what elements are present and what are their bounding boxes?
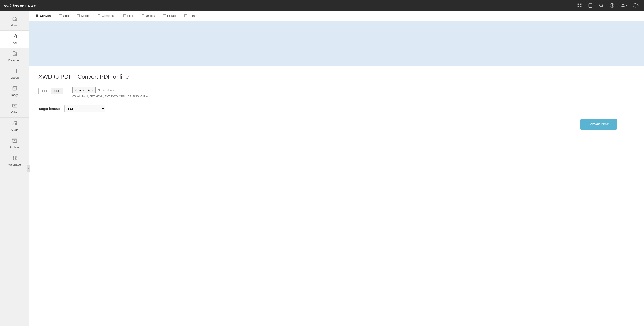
tab-rotate-checkbox xyxy=(184,14,187,17)
grid-icon-btn[interactable] xyxy=(576,2,583,9)
tab-extract-checkbox xyxy=(163,14,166,17)
svg-marker-19 xyxy=(14,105,16,107)
svg-rect-3 xyxy=(580,6,581,7)
svg-text:?: ? xyxy=(612,4,613,7)
help-icon-btn[interactable]: ? xyxy=(609,2,616,9)
file-mode-btn[interactable]: FILE xyxy=(38,88,51,94)
sidebar-item-webpage-label: Webpage xyxy=(8,163,21,166)
topbar-actions: ? ▾ ▾ xyxy=(576,2,640,9)
tab-extract-label: Extract xyxy=(167,14,176,17)
sidebar-item-home[interactable]: Home xyxy=(0,13,29,30)
tab-convert-label: Convert xyxy=(40,14,51,17)
banner xyxy=(30,21,644,66)
svg-rect-22 xyxy=(12,139,17,140)
upload-colon: : xyxy=(67,89,68,93)
upload-mode-selector: FILE URL xyxy=(38,88,64,94)
tab-extract[interactable]: Extract xyxy=(159,11,180,21)
image-icon xyxy=(12,86,17,92)
sidebar-item-archive-label: Archive xyxy=(10,146,20,149)
format-row: Target format: PDF DOCX JPG PNG xyxy=(38,105,635,112)
convert-now-button[interactable]: Convert Now! xyxy=(580,119,617,130)
ebook-icon xyxy=(12,68,17,75)
sidebar-item-video-label: Video xyxy=(11,111,18,114)
collapse-handle[interactable]: ‹ xyxy=(27,165,30,172)
page-body: XWD to PDF - Convert PDF online FILE URL… xyxy=(30,66,644,136)
sidebar-item-audio[interactable]: Audio xyxy=(0,118,29,135)
svg-rect-1 xyxy=(580,3,581,5)
tablet-icon-btn[interactable] xyxy=(587,2,594,9)
tab-unlock[interactable]: Unlock xyxy=(138,11,159,21)
svg-point-17 xyxy=(14,87,14,88)
tab-unlock-label: Unlock xyxy=(146,14,155,17)
tab-bar: Convert Split Merge Compress Lock Unlock xyxy=(30,11,644,21)
tab-split[interactable]: Split xyxy=(55,11,73,21)
topbar: AC NVERT.COM ? ▾ ▾ xyxy=(0,0,644,11)
search-icon-btn[interactable] xyxy=(598,2,604,9)
sidebar-item-pdf[interactable]: PDF xyxy=(0,30,29,48)
no-file-text: No file chosen xyxy=(98,88,116,92)
convert-btn-row: Convert Now! xyxy=(38,119,635,130)
file-row: Choose Files No file chosen xyxy=(72,87,152,93)
home-icon xyxy=(12,16,17,22)
sidebar-item-archive[interactable]: Archive xyxy=(0,135,29,152)
sidebar-item-document-label: Document xyxy=(8,59,21,62)
webpage-icon xyxy=(12,156,17,162)
tab-merge-checkbox xyxy=(77,14,80,17)
sidebar-item-webpage[interactable]: Webpage xyxy=(0,152,29,170)
tab-split-checkbox xyxy=(59,14,62,17)
main-layout: ‹ Home PDF Document Ebook xyxy=(0,11,644,326)
main-content: Convert Split Merge Compress Lock Unlock xyxy=(30,11,644,326)
tab-lock-checkbox xyxy=(124,14,126,17)
page-title: XWD to PDF - Convert PDF online xyxy=(38,73,635,80)
logo-spin-icon xyxy=(10,3,14,7)
svg-line-7 xyxy=(602,6,603,7)
tab-merge[interactable]: Merge xyxy=(73,11,94,21)
user-icon-btn[interactable]: ▾ xyxy=(620,2,628,9)
refresh-icon-btn[interactable]: ▾ xyxy=(632,2,640,9)
choose-files-button[interactable]: Choose Files xyxy=(72,87,96,93)
sidebar: ‹ Home PDF Document Ebook xyxy=(0,11,30,326)
sidebar-item-document[interactable]: Document xyxy=(0,48,29,65)
tab-compress-label: Compress xyxy=(102,14,115,17)
svg-point-10 xyxy=(622,4,624,5)
target-format-select[interactable]: PDF DOCX JPG PNG xyxy=(64,105,105,112)
sidebar-item-ebook[interactable]: Ebook xyxy=(0,65,29,83)
archive-icon xyxy=(12,138,17,144)
url-mode-btn[interactable]: URL xyxy=(51,88,64,94)
tab-compress-checkbox xyxy=(98,14,100,17)
tab-rotate[interactable]: Rotate xyxy=(180,11,201,21)
svg-rect-2 xyxy=(578,6,579,7)
svg-marker-24 xyxy=(12,156,16,158)
sidebar-item-audio-label: Audio xyxy=(11,128,18,132)
audio-icon xyxy=(12,121,17,127)
svg-rect-0 xyxy=(578,3,579,5)
tab-rotate-label: Rotate xyxy=(188,14,197,17)
logo-text-ac: AC xyxy=(4,3,9,7)
tab-compress[interactable]: Compress xyxy=(94,11,119,21)
sidebar-item-ebook-label: Ebook xyxy=(10,76,19,79)
video-icon xyxy=(12,103,17,109)
svg-point-20 xyxy=(13,124,14,125)
tab-split-label: Split xyxy=(63,14,69,17)
svg-point-6 xyxy=(600,4,602,7)
svg-rect-13 xyxy=(14,54,14,55)
sidebar-item-image-label: Image xyxy=(10,93,18,97)
tab-unlock-checkbox xyxy=(142,14,144,17)
svg-rect-12 xyxy=(14,54,14,54)
sidebar-item-image[interactable]: Image xyxy=(0,83,29,100)
pdf-icon xyxy=(12,34,17,40)
sidebar-item-home-label: Home xyxy=(11,24,18,27)
tab-convert[interactable]: Convert xyxy=(32,11,55,21)
formats-text: (Word, Excel, PPT, HTML, TXT, DWG, XPS, … xyxy=(72,95,152,98)
upload-controls: Choose Files No file chosen (Word, Excel… xyxy=(72,87,152,98)
sidebar-item-video[interactable]: Video xyxy=(0,100,29,118)
sidebar-item-pdf-label: PDF xyxy=(12,41,18,44)
logo: AC NVERT.COM xyxy=(4,3,36,7)
document-icon xyxy=(12,51,17,57)
tab-lock[interactable]: Lock xyxy=(119,11,138,21)
tab-merge-label: Merge xyxy=(81,14,90,17)
svg-point-21 xyxy=(15,124,16,125)
logo-text-nvert: NVERT.COM xyxy=(14,3,36,7)
tab-lock-label: Lock xyxy=(128,14,134,17)
target-format-label: Target format: xyxy=(38,107,60,111)
